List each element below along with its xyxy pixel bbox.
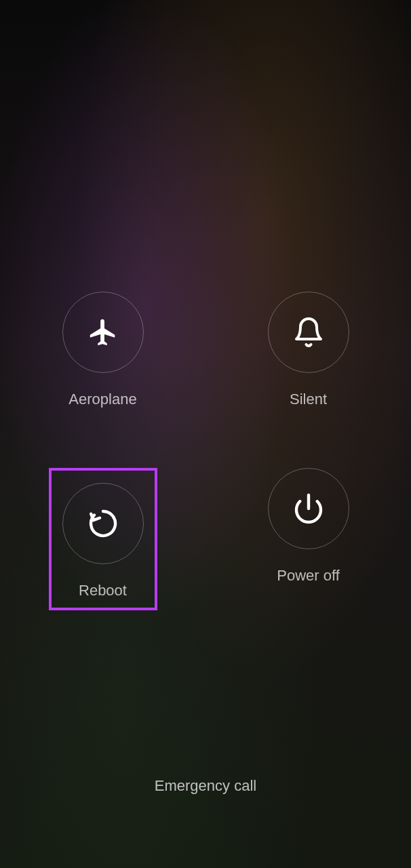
reboot-icon-circle	[62, 483, 144, 564]
aeroplane-option[interactable]: Aeroplane	[49, 292, 157, 408]
aeroplane-icon-circle	[62, 292, 144, 373]
bell-icon	[292, 316, 325, 349]
airplane-icon	[87, 317, 119, 348]
poweroff-option[interactable]: Power off	[254, 468, 363, 610]
reboot-icon	[87, 507, 119, 540]
silent-label: Silent	[290, 391, 327, 408]
silent-option[interactable]: Silent	[254, 292, 363, 408]
emergency-call-button[interactable]: Emergency call	[0, 777, 411, 795]
power-menu: Aeroplane Silent Reboot	[0, 292, 411, 610]
silent-icon-circle	[268, 292, 349, 373]
poweroff-icon-circle	[268, 468, 349, 549]
power-icon	[292, 492, 325, 525]
reboot-label: Reboot	[79, 582, 127, 599]
poweroff-label: Power off	[277, 567, 340, 585]
aeroplane-label: Aeroplane	[68, 391, 136, 408]
reboot-option[interactable]: Reboot	[49, 468, 157, 610]
